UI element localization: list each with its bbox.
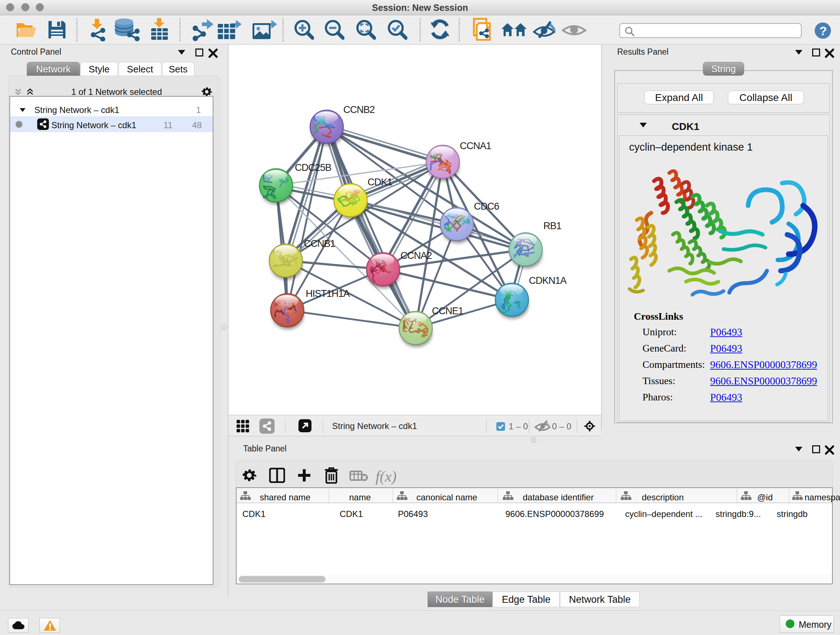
svg-text:CCNB2: CCNB2: [343, 104, 375, 115]
svg-text:CCNA2: CCNA2: [401, 250, 432, 261]
svg-text:CDKN1A: CDKN1A: [529, 275, 567, 286]
svg-text:CCNB1: CCNB1: [304, 238, 335, 249]
svg-text:HIST1H1A: HIST1H1A: [306, 288, 350, 299]
svg-text:CDK1: CDK1: [368, 177, 392, 187]
svg-text:RB1: RB1: [543, 220, 561, 231]
svg-text:CCNA1: CCNA1: [460, 141, 491, 151]
svg-text:CDC6: CDC6: [474, 201, 499, 212]
svg-text:CCNE1: CCNE1: [432, 306, 463, 317]
svg-text:CDC25B: CDC25B: [295, 162, 332, 173]
